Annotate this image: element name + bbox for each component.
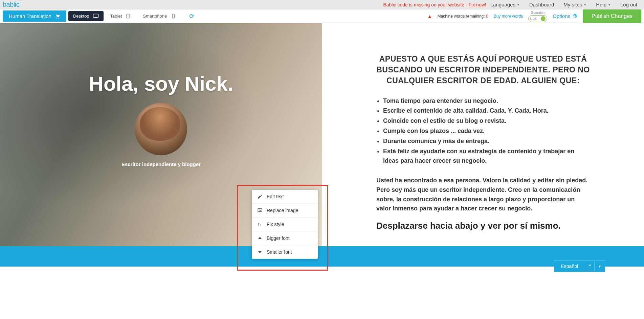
top-bar: bablic Bablic code is missing on your we… [0,0,644,9]
translated-content-pane: APUESTO A QUE ESTÁS AQUÍ PORQUE USTED ES… [322,23,644,246]
device-smartphone-button[interactable]: Smartphone [138,11,181,21]
svg-rect-2 [127,14,130,18]
warning-icon: ▲ [427,14,432,19]
human-translation-button[interactable]: Human Translation [3,10,66,22]
buy-more-words-link[interactable]: Buy more words [494,14,523,19]
desktop-icon [93,14,99,19]
context-fix-style[interactable]: Tt Fix style [252,218,318,231]
hero-subtitle[interactable]: Escritor independiente y blogger [89,161,234,167]
language-live-toggle[interactable]: Spanish LIVE [528,10,547,22]
quote-icon[interactable]: ❞ [585,261,595,272]
hero-title[interactable]: Hola, soy Nick. [89,72,234,95]
list-item[interactable]: Durante comunica y más de entrega. [383,137,590,146]
content-cta[interactable]: Desplazarse hacia abajo y ver por sí mis… [376,220,590,232]
context-menu: Edit text Replace image Tt Fix style Big… [252,190,318,259]
svg-rect-3 [172,14,174,18]
nav-logout[interactable]: Log out [620,2,637,7]
triangle-down-icon [257,249,263,255]
context-replace-image[interactable]: Replace image [252,204,318,218]
content-heading[interactable]: APUESTO A QUE ESTÁS AQUÍ PORQUE USTED ES… [376,53,590,86]
top-nav: Languages▼ Dashboard My sites▼ Help▼ Log… [490,2,644,7]
gear-icon [572,14,577,19]
language-picker[interactable]: Español ❞ ▼ [554,260,605,272]
logo[interactable]: bablic [3,1,21,8]
smartphone-icon [170,14,176,19]
svg-text:T: T [258,222,260,226]
caret-icon: ▼ [517,3,520,6]
list-item[interactable]: Está feliz de ayudarle con su estrategia… [383,147,590,166]
device-desktop-button[interactable]: Desktop [68,11,104,21]
nav-my-sites[interactable]: My sites▼ [563,2,586,7]
publish-changes-button[interactable]: Publish Changes [583,9,641,23]
context-bigger-font[interactable]: Bigger font [252,231,318,245]
pencil-icon [257,194,263,199]
svg-point-5 [259,209,259,210]
main-content: Hola, soy Nick. Escritor independiente y… [0,23,644,246]
image-icon [257,208,263,213]
nav-dashboard[interactable]: Dashboard [529,2,554,7]
chevron-down-icon[interactable]: ▼ [595,262,605,271]
context-edit-text[interactable]: Edit text [252,190,318,204]
alert-text: Bablic code is missing on your website - [383,2,468,7]
language-picker-current[interactable]: Español [554,261,585,272]
triangle-up-icon [257,235,263,241]
list-item[interactable]: Escribe el contenido de alta calidad. Ca… [383,106,590,116]
refresh-icon[interactable]: ⟳ [189,13,194,20]
list-item[interactable]: Toma tiempo para entender su negocio. [383,96,590,106]
text-style-icon: Tt [257,222,263,227]
avatar-image[interactable] [135,103,187,155]
bottom-bar: Español ❞ ▼ [0,246,644,267]
editor-toolbar: Human Translation Desktop Tablet Smartph… [0,9,644,23]
nav-languages[interactable]: Languages▼ [490,2,520,7]
content-bullet-list: Toma tiempo para entender su negocio. Es… [376,96,590,166]
svg-rect-0 [93,14,98,18]
svg-text:t: t [260,223,261,226]
words-remaining: Machine words remaining: 0 [438,14,488,19]
alert-bar: Bablic code is missing on your website -… [383,2,490,7]
list-item[interactable]: Cumple con los plazos ... cada vez. [383,127,590,136]
cart-icon [55,14,60,19]
options-link[interactable]: Options [553,13,577,19]
fix-now-link[interactable]: Fix now! [469,2,486,7]
svg-rect-1 [95,18,97,18]
caret-icon: ▼ [583,3,586,6]
nav-help[interactable]: Help▼ [596,2,611,7]
device-tablet-button[interactable]: Tablet [106,11,136,21]
context-smaller-font[interactable]: Smaller font [252,245,318,259]
tablet-icon [125,14,131,19]
content-paragraph[interactable]: Usted ha encontrado a esa persona. Valor… [376,176,590,214]
list-item[interactable]: Coincide con el estilo de su blog o revi… [383,116,590,126]
caret-icon: ▼ [608,3,611,6]
